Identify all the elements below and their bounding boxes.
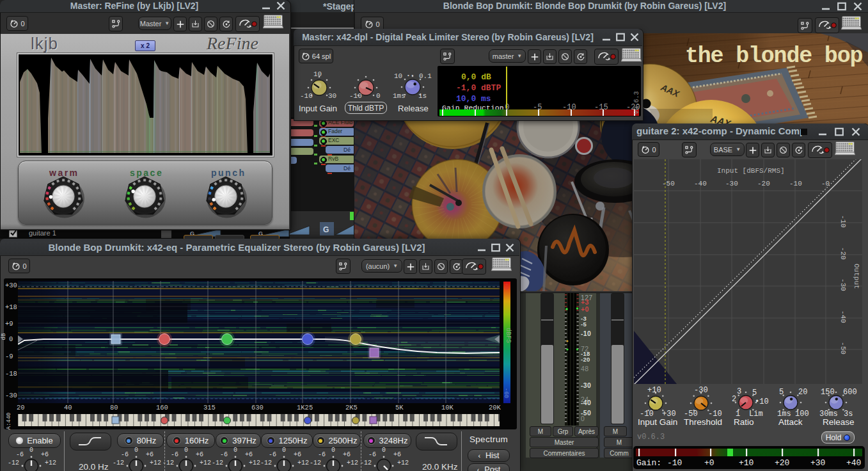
svg-text:G: G (323, 225, 329, 234)
svg-text:the blonde bop: the blonde bop (685, 44, 862, 69)
